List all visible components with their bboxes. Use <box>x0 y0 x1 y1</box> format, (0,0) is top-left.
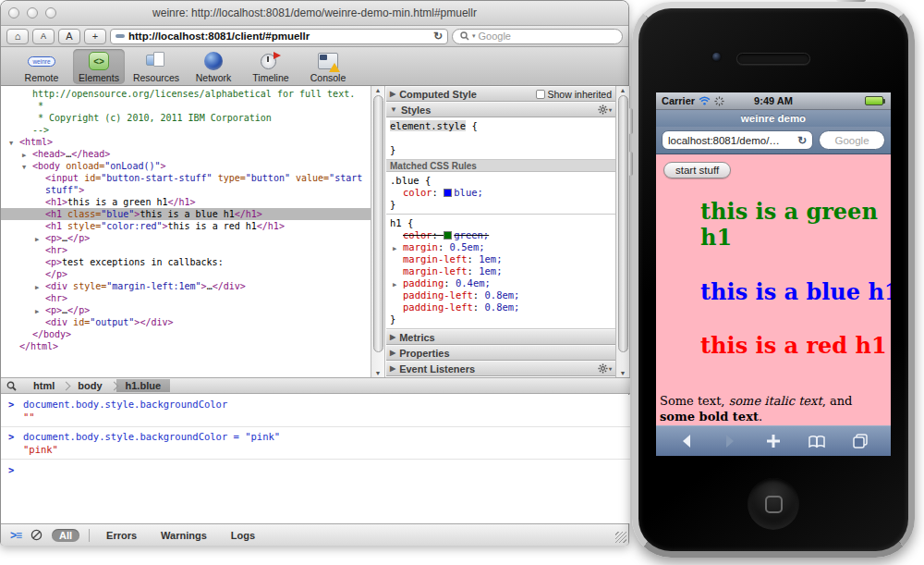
section-header-event-listeners[interactable]: ▶Event Listeners▾ <box>386 361 615 376</box>
dom-tree-node[interactable]: ▶<p>…</p> <box>1 304 371 316</box>
css-property[interactable]: color: green; <box>390 229 612 241</box>
dom-tree-node[interactable]: </body> <box>1 328 371 340</box>
section-header-properties[interactable]: ▶Properties <box>386 345 615 361</box>
console-prompt[interactable]: > <box>1 460 630 476</box>
collapsed-icon[interactable]: ▶ <box>390 333 395 341</box>
scroll-up-icon[interactable]: ▲ <box>371 87 384 93</box>
dom-tree-node[interactable]: ▼<body onload="onLoad()"> <box>1 160 371 172</box>
share-add-button[interactable] <box>760 433 787 449</box>
console-result-text: "" <box>23 411 35 423</box>
search-input[interactable]: ▾ Google <box>452 29 623 44</box>
expanded-icon[interactable]: ▼ <box>390 105 397 114</box>
elements-panel-scrollbar[interactable]: ▲ ▼ <box>371 86 385 377</box>
mobile-reload-icon[interactable]: ↻ <box>797 134 807 147</box>
search-dropdown-icon[interactable]: ▾ <box>472 32 476 40</box>
mobile-address-field[interactable]: localhost:8081/demo/… ↻ <box>662 130 813 150</box>
dom-tree-node[interactable]: ▼<html> <box>1 136 371 148</box>
home-button[interactable] <box>748 478 799 530</box>
css-rule[interactable]: .blue {color: blue;} <box>386 172 615 215</box>
css-property[interactable]: padding-left: 0.8em; <box>390 289 612 301</box>
back-button[interactable] <box>673 434 700 448</box>
element-style-selector[interactable]: element.style <box>390 120 466 131</box>
dom-tree-node[interactable]: <h1>this is a green h1</h1> <box>1 196 371 208</box>
power-button[interactable] <box>836 0 866 2</box>
element-style-rule[interactable]: element.style { } <box>386 117 615 160</box>
breadcrumb-item-body[interactable]: body <box>68 379 111 392</box>
font-bigger-button[interactable]: A <box>58 29 80 44</box>
toolbar-button-elements[interactable]: <>Elements <box>73 49 125 84</box>
breadcrumb-item-h1-blue[interactable]: h1.blue <box>116 379 171 392</box>
css-rule[interactable]: h1 {color: green;▶margin: 0.5em;margin-l… <box>386 215 615 329</box>
dom-tree-node[interactable]: <h1 style="color:red">this is a red h1</… <box>1 220 371 232</box>
volume-down-button[interactable] <box>628 152 633 176</box>
css-property[interactable]: margin-left: 1em; <box>390 253 612 265</box>
dom-tree-node[interactable]: ▶<p>…</p> <box>1 232 371 244</box>
css-property[interactable]: margin-left: 1em; <box>390 265 612 277</box>
toolbar-button-remote[interactable]: weinreRemote <box>16 49 67 84</box>
scroll-down-icon[interactable]: ▼ <box>371 370 384 376</box>
show-inherited-toggle[interactable]: Show inherited <box>536 89 612 100</box>
scroll-up-icon[interactable]: ▲ <box>616 87 629 93</box>
scroll-down-icon[interactable]: ▼ <box>616 370 629 376</box>
forward-button[interactable] <box>716 434 744 448</box>
toolbar-button-label: Elements <box>79 72 119 83</box>
section-header-metrics[interactable]: ▶Metrics <box>386 329 615 345</box>
dom-tree-node[interactable]: * Copyright (c) 2010, 2011 IBM Corporati… <box>1 112 371 124</box>
dom-tree-node[interactable]: http://opensource.org/licenses/alphabeti… <box>1 88 371 100</box>
css-property[interactable]: padding-left: 0.8em; <box>390 301 612 313</box>
collapsed-icon[interactable]: ▶ <box>390 349 395 357</box>
css-property[interactable]: color: blue; <box>390 187 612 199</box>
toolbar-button-timeline[interactable]: Timeline <box>245 49 297 84</box>
dom-tree-node[interactable]: <p>test exceptions in callbacks: <box>1 256 371 268</box>
filter-warnings[interactable]: Warnings <box>153 529 214 542</box>
elements-tree-panel[interactable]: http://opensource.org/licenses/alphabeti… <box>1 86 371 377</box>
reload-icon[interactable]: ↻ <box>433 30 443 43</box>
dom-tree-node[interactable]: <hr> <box>1 244 371 256</box>
dom-tree-node[interactable]: * <box>1 100 371 112</box>
styles-gear-menu[interactable]: ▾ <box>598 104 612 115</box>
dom-tree-node[interactable]: ▶<head>…</head> <box>1 148 371 160</box>
home-button[interactable]: ⌂ <box>6 29 29 44</box>
dom-tree-node[interactable]: <hr> <box>1 292 371 304</box>
styles-header[interactable]: ▼ Styles ▾ <box>386 102 615 117</box>
console-toggle-icon[interactable]: >≡ <box>10 529 21 542</box>
toolbar-button-resources[interactable]: Resources <box>130 49 182 84</box>
console-entry[interactable]: >document.body.style.backgroundColor"" <box>1 395 630 427</box>
collapsed-icon[interactable]: ▶ <box>390 90 395 98</box>
dom-tree-node[interactable]: ▶<div style="margin-left:1em">…</div> <box>1 280 371 292</box>
section-gear-menu[interactable]: ▾ <box>598 363 612 374</box>
dom-tree-node[interactable]: <h1 class="blue">this is a blue h1</h1> <box>1 208 371 220</box>
console-entry[interactable]: >document.body.style.backgroundColor = "… <box>1 427 630 460</box>
collapsed-icon[interactable]: ▶ <box>390 364 395 373</box>
start-stuff-button[interactable]: start stuff <box>663 162 731 178</box>
bookmarks-icon[interactable] <box>803 435 831 448</box>
address-bar[interactable]: http://localhost:8081/client/#pmuellr ↻ <box>110 29 448 44</box>
window-resize-grip[interactable] <box>615 532 626 543</box>
clear-console-icon[interactable] <box>30 529 43 541</box>
css-property[interactable]: ▶padding: 0.4em; <box>390 277 612 289</box>
filter-errors[interactable]: Errors <box>99 529 144 542</box>
filter-all[interactable]: All <box>52 529 79 542</box>
pages-icon[interactable] <box>846 434 874 448</box>
search-icon[interactable] <box>6 381 17 391</box>
breadcrumb-item-html[interactable]: html <box>24 379 64 392</box>
scrollbar-thumb[interactable] <box>618 95 628 352</box>
volume-up-button[interactable] <box>628 108 633 134</box>
toolbar-button-console[interactable]: Console <box>302 49 354 84</box>
show-inherited-checkbox[interactable] <box>536 90 545 99</box>
dom-tree-node[interactable]: <div id="output"></div> <box>1 316 371 328</box>
dom-tree-node[interactable]: --> <box>1 124 371 136</box>
dom-tree-node[interactable]: </html> <box>1 340 371 352</box>
css-property[interactable]: ▶margin: 0.5em; <box>390 241 612 253</box>
new-tab-button[interactable]: + <box>84 29 106 44</box>
dom-tree-node[interactable]: </p> <box>1 268 371 280</box>
console-panel[interactable]: >document.body.style.backgroundColor"">d… <box>1 395 630 523</box>
dom-tree-node[interactable]: <input id="button-start-stuff" type="but… <box>1 172 371 196</box>
computed-style-header[interactable]: ▶ Computed Style Show inherited <box>386 86 615 102</box>
filter-logs[interactable]: Logs <box>224 529 262 542</box>
mobile-search-field[interactable]: Google <box>819 130 885 150</box>
toolbar-button-network[interactable]: Network <box>188 49 239 84</box>
font-smaller-button[interactable]: A <box>32 29 55 44</box>
scrollbar-thumb[interactable] <box>373 95 383 352</box>
window-titlebar[interactable]: weinre: http://localhost:8081/demo/weinr… <box>1 1 628 26</box>
